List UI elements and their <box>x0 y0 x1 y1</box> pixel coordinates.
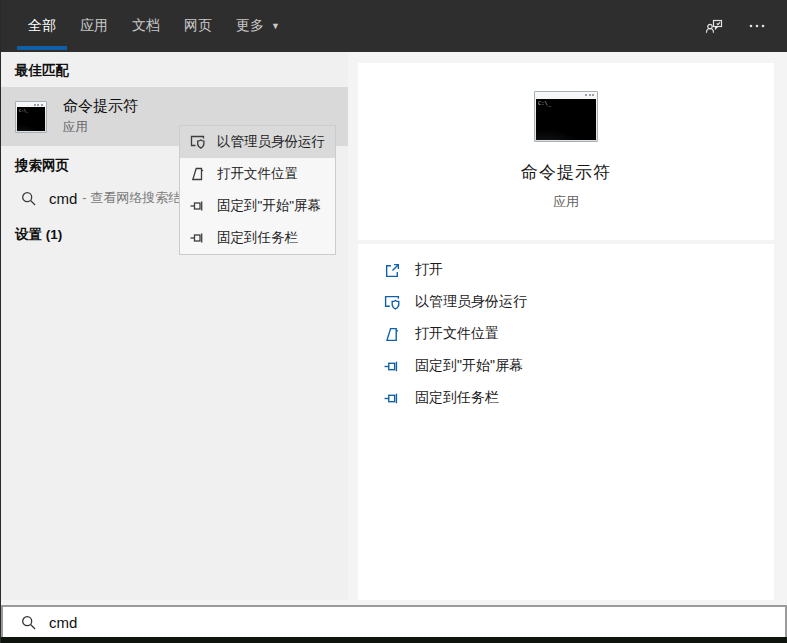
menu-item-run-as-admin[interactable]: 以管理员身份运行 <box>180 126 335 158</box>
search-box <box>1 605 787 637</box>
search-web-header: 搜索网页 <box>15 157 69 175</box>
pin-to-start-icon <box>190 198 206 214</box>
best-match-header: 最佳匹配 <box>15 62 69 80</box>
tab-documents[interactable]: 文档 <box>132 0 160 52</box>
best-match-title: 命令提示符 <box>63 97 138 116</box>
menu-item-pin-to-start[interactable]: 固定到"开始"屏幕 <box>180 190 335 222</box>
action-pin-to-start[interactable]: 固定到"开始"屏幕 <box>358 350 774 382</box>
pin-icon <box>384 390 401 407</box>
pin-to-taskbar-icon <box>190 230 206 246</box>
action-pin-to-taskbar[interactable]: 固定到任务栏 <box>358 382 774 414</box>
search-input[interactable] <box>49 614 649 631</box>
search-filter-bar: 全部 应用 文档 网页 更多 ▼ <box>1 0 787 52</box>
window-bottom-edge <box>1 637 787 643</box>
open-file-location-icon <box>384 326 401 343</box>
preview-panel-header: C:\_ 命令提示符 应用 <box>358 63 774 240</box>
run-as-admin-shield-icon <box>190 134 206 150</box>
action-open[interactable]: 打开 <box>358 254 774 286</box>
run-as-admin-shield-icon <box>384 294 401 311</box>
command-prompt-icon-large: C:\_ <box>534 91 598 142</box>
menu-item-open-file-location[interactable]: 打开文件位置 <box>180 158 335 190</box>
web-search-suffix: - 查看网络搜索结果 <box>82 189 194 207</box>
search-flyout-window: 全部 应用 文档 网页 更多 ▼ 最佳匹配 C:\_ 命令提示符 应用 <box>0 0 787 643</box>
filter-tabs: 全部 应用 文档 网页 更多 ▼ <box>28 0 304 52</box>
command-prompt-icon: C:\_ <box>15 101 47 133</box>
best-match-subtitle: 应用 <box>63 119 138 136</box>
pin-icon <box>384 358 401 375</box>
search-icon <box>21 191 36 206</box>
tab-all[interactable]: 全部 <box>28 0 56 52</box>
context-menu: 以管理员身份运行 打开文件位置 固定到"开始"屏幕 固定到任务栏 <box>179 125 336 255</box>
preview-panel-actions: 打开 以管理员身份运行 打开文件位置 固定到"开始"屏幕 固定到任务栏 <box>358 244 774 600</box>
action-open-file-location[interactable]: 打开文件位置 <box>358 318 774 350</box>
tab-more[interactable]: 更多 ▼ <box>236 0 280 52</box>
tab-apps[interactable]: 应用 <box>80 0 108 52</box>
tab-web[interactable]: 网页 <box>184 0 212 52</box>
preview-title: 命令提示符 <box>521 161 611 184</box>
chevron-down-icon: ▼ <box>271 21 280 31</box>
preview-subtitle: 应用 <box>553 193 579 211</box>
settings-header: 设置 (1) <box>15 226 62 244</box>
menu-item-pin-to-taskbar[interactable]: 固定到任务栏 <box>180 222 335 254</box>
action-run-as-admin[interactable]: 以管理员身份运行 <box>358 286 774 318</box>
open-file-location-icon <box>190 166 206 182</box>
feedback-icon[interactable] <box>705 18 723 35</box>
search-icon <box>21 615 36 630</box>
web-search-query: cmd <box>49 190 77 207</box>
open-icon <box>384 262 401 279</box>
ellipsis-icon[interactable] <box>749 18 765 34</box>
